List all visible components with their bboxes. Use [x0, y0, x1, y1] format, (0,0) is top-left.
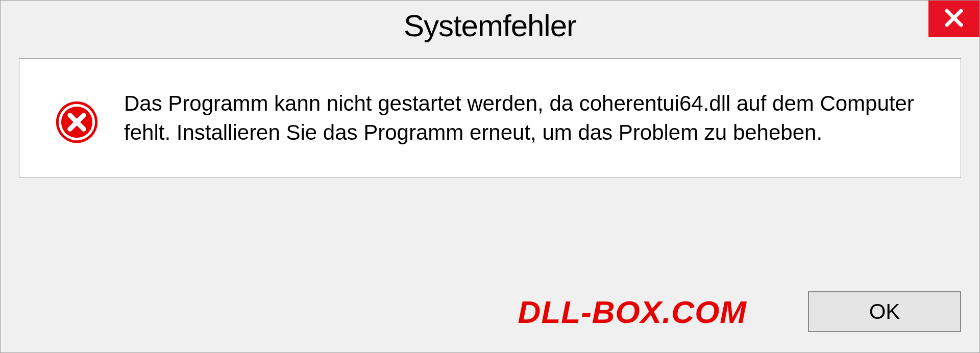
watermark-text: DLL-BOX.COM — [518, 294, 747, 330]
error-dialog: Systemfehler Das Programm kann nicht ges… — [0, 0, 980, 353]
ok-button[interactable]: OK — [808, 291, 961, 332]
titlebar: Systemfehler — [1, 1, 979, 51]
dialog-title: Systemfehler — [404, 8, 576, 43]
error-icon — [55, 100, 99, 144]
close-icon — [943, 7, 965, 31]
error-message: Das Programm kann nicht gestartet werden… — [124, 89, 925, 147]
close-button[interactable] — [928, 1, 979, 37]
content-panel: Das Programm kann nicht gestartet werden… — [19, 58, 961, 178]
dialog-footer: DLL-BOX.COM OK — [1, 291, 979, 352]
